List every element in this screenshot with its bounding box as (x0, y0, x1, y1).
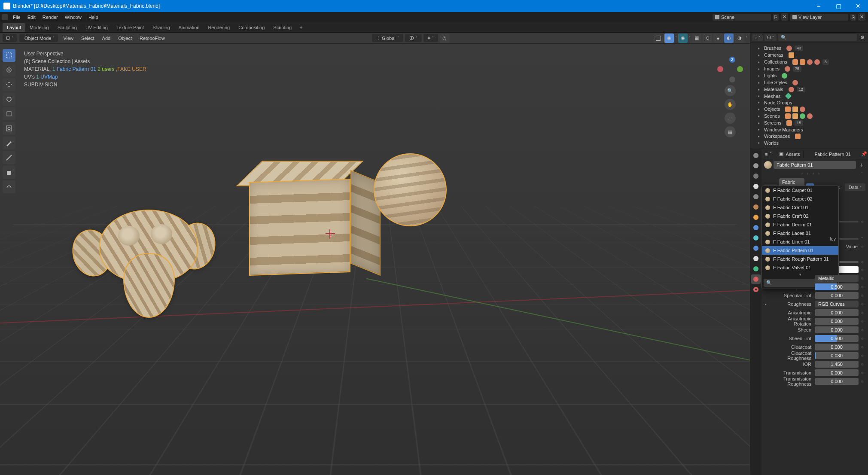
scene-delete-button[interactable]: ✕ (781, 13, 788, 21)
property-value-slider[interactable]: 1.450 (815, 361, 859, 368)
material-slot-add-button[interactable]: + (858, 161, 865, 169)
property-keyframe-button[interactable]: ○ (861, 311, 865, 315)
workspace-tab-animation[interactable]: Animation (174, 23, 204, 32)
outliner[interactable]: ▸Brushes43▸Cameras▸Collections3▸Images75… (750, 43, 868, 149)
property-value-slider[interactable]: 0.000 (815, 292, 859, 299)
outliner-row-objects[interactable]: ▸Objects (753, 106, 865, 113)
property-value-slider[interactable]: 0.000 (815, 309, 859, 316)
ptab-world[interactable] (751, 202, 761, 212)
nav-ortho-button[interactable]: ▦ (725, 126, 736, 137)
outliner-display-mode[interactable]: ≡˅ (752, 34, 763, 41)
property-value-slider[interactable]: 0.000 (815, 378, 859, 385)
outliner-row-screens[interactable]: ▸Screens15 (753, 119, 865, 126)
ptab-view[interactable] (751, 182, 761, 191)
shading-wireframe[interactable]: ⊖ (703, 33, 712, 43)
workspace-tab-texture-paint[interactable]: Texture Paint (112, 23, 148, 32)
viewlayer-selector[interactable] (790, 14, 848, 21)
nav-camera-button[interactable]: 🎥 (725, 113, 736, 124)
vpmenu-select[interactable]: Select (79, 35, 97, 42)
viewlayer-delete-button[interactable]: ✕ (858, 13, 865, 21)
outliner-row-node-groups[interactable]: ▸Node Groups (753, 99, 865, 106)
material-option-f-fabric-carpet-01[interactable]: F Fabric Carpet 01 (762, 186, 838, 195)
3d-cursor[interactable] (326, 229, 335, 239)
nav-zoom-button[interactable]: 🔍 (725, 85, 736, 96)
outliner-row-brushes[interactable]: ▸Brushes43 (753, 45, 865, 52)
ptab-tool[interactable] (751, 151, 761, 160)
vpmenu-view[interactable]: View (61, 35, 76, 42)
3d-viewport[interactable]: User Perspective (8) Scene Collection | … (0, 44, 750, 475)
ptab-data[interactable] (751, 264, 761, 274)
property-keyframe-button[interactable]: ○ (861, 268, 865, 272)
vpmenu-retopoflow[interactable]: RetopoFlow (137, 35, 168, 42)
property-keyframe-button[interactable]: ○ (861, 336, 865, 341)
slot-resize-handle[interactable]: • • • • ˅ (761, 171, 868, 177)
property-value-slider[interactable]: 0.000 (815, 369, 859, 376)
property-value-text[interactable]: Metallic (815, 275, 859, 282)
material-link-selector[interactable]: Data ˅ (845, 183, 865, 191)
property-value-slider[interactable]: 0.030 (815, 352, 859, 359)
ptab-physics[interactable] (751, 244, 761, 253)
outliner-row-lights[interactable]: ▸Lights (753, 72, 865, 79)
crumb-material[interactable]: Fabric Pattern 01 (804, 151, 854, 158)
gizmo-axis-x[interactable] (717, 66, 723, 72)
outliner-search[interactable]: 🔍 (778, 34, 857, 41)
shading-material[interactable]: ◐ (724, 33, 734, 43)
overlay-toggle[interactable]: ◉ (664, 33, 674, 43)
shading-rendered[interactable]: ◑ (735, 33, 744, 43)
scene-name-input[interactable] (721, 15, 768, 20)
nav-gizmo[interactable]: Z (717, 57, 743, 82)
outliner-row-scenes[interactable]: ▸Scenes (753, 113, 865, 119)
pivot-selector[interactable]: ⦿ ˅ (405, 34, 422, 42)
property-keyframe-button[interactable]: ○ (861, 362, 865, 366)
tool-rotate[interactable] (3, 93, 15, 106)
property-keyframe-button[interactable]: ○ (861, 345, 865, 349)
property-keyframe-button[interactable]: ○ (861, 285, 865, 289)
gizmo-axis-z-neg[interactable] (729, 76, 735, 82)
scene-selector[interactable] (713, 14, 771, 21)
mode-selector[interactable]: Object Mode ˅ (19, 34, 58, 42)
viewlayer-name-input[interactable] (798, 15, 846, 20)
property-value-slider[interactable]: 0.000 (815, 318, 859, 325)
property-keyframe-button[interactable]: ○ (861, 319, 865, 323)
menu-window[interactable]: Window (61, 13, 85, 21)
workspace-tab-uv-editing[interactable]: UV Editing (81, 23, 112, 32)
workspace-tab-modeling[interactable]: Modeling (25, 23, 53, 32)
ptab-scene[interactable] (751, 192, 761, 201)
editor-type-button[interactable]: ⊞˅ (3, 34, 17, 42)
outliner-row-workspaces[interactable]: ▸Workspaces (753, 133, 865, 140)
blender-icon[interactable] (2, 14, 8, 20)
tool-measure[interactable] (3, 151, 15, 164)
ptab-particle[interactable] (751, 233, 761, 243)
scene-new-button[interactable]: ⎘ (773, 14, 779, 21)
object-sphere[interactable] (374, 153, 447, 226)
property-keyframe-button[interactable]: ○ (861, 328, 865, 332)
outliner-row-collections[interactable]: ▸Collections3 (753, 58, 865, 65)
property-keyframe-button[interactable]: ○ (861, 379, 865, 384)
close-button[interactable]: ✕ (848, 0, 868, 12)
tool-annotate[interactable] (3, 137, 15, 149)
property-keyframe-button[interactable]: ○ (861, 293, 865, 298)
tool-add-cube[interactable] (3, 166, 15, 179)
viewlayer-new-button[interactable]: ⎘ (850, 14, 856, 21)
property-keyframe-button[interactable]: ○ (861, 371, 865, 375)
tool-move[interactable] (3, 78, 15, 91)
menu-edit[interactable]: Edit (24, 13, 39, 21)
object-suzanne[interactable] (75, 202, 221, 326)
ptab-material[interactable] (751, 274, 761, 284)
gizmo-axis-y[interactable] (737, 66, 743, 72)
vpmenu-add[interactable]: Add (100, 35, 113, 42)
outliner-row-line-styles[interactable]: ▸Line Styles (753, 79, 865, 86)
ptab-constraint[interactable] (751, 254, 761, 263)
shading-solid[interactable]: ● (713, 33, 723, 43)
property-value-slider[interactable]: 0.500 (815, 335, 859, 342)
snap-selector[interactable]: ⌗ ˅ (423, 34, 438, 42)
workspace-tab-rendering[interactable]: Rendering (204, 23, 234, 32)
tool-scale[interactable] (3, 107, 15, 120)
object-cube[interactable] (249, 160, 374, 275)
outliner-row-materials[interactable]: ▸Materials12 (753, 86, 865, 93)
menu-help[interactable]: Help (85, 13, 102, 21)
outliner-filter-lib[interactable]: ⛁˅ (764, 34, 777, 41)
ptab-output[interactable] (751, 171, 761, 181)
ptab-object[interactable] (751, 213, 761, 222)
property-keyframe-button[interactable]: ○ (861, 276, 865, 280)
